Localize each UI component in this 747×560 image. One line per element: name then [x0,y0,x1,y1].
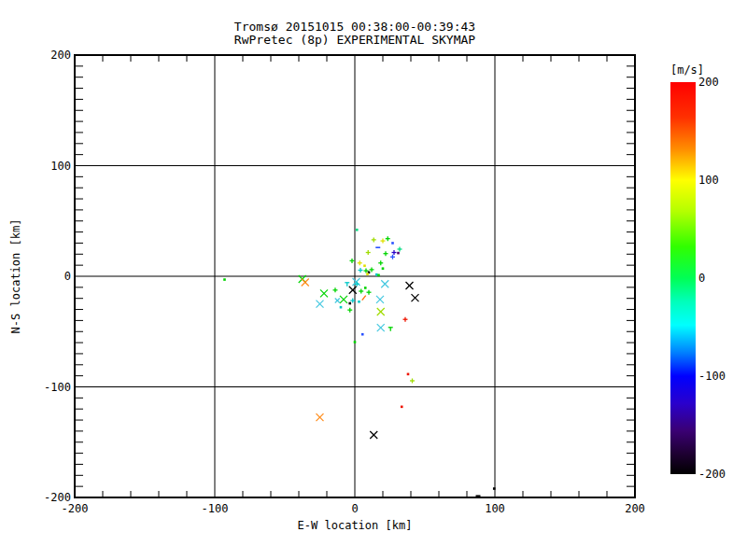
colorbar-tick-label: 200 [698,77,719,88]
data-point [391,242,394,245]
x-tick-label: 100 [485,503,505,514]
scatter-plot-area [74,54,636,498]
x-tick-label: 200 [625,503,645,514]
data-point [361,333,364,336]
colorbar-tick-label: -200 [698,469,726,480]
y-tick-label: -100 [44,382,71,393]
data-point [377,274,380,277]
x-tick-label: -100 [202,503,229,514]
y-tick-label: -200 [44,492,71,503]
data-point [375,273,378,276]
data-point [223,278,226,281]
data-point [363,264,366,267]
y-tick-label: 0 [64,271,71,282]
data-point [366,273,369,275]
data-point [401,406,403,409]
plot-title-line2: RwPretec (8p) EXPERIMENTAL SKYMAP [75,34,635,46]
y-tick-label: 200 [50,49,71,61]
colorbar-tick-label: 100 [698,175,719,186]
data-point [364,287,367,289]
colorbar-unit-label: [m/s] [664,63,711,77]
x-axis-title: E-W location [km] [75,519,635,532]
data-point [493,487,496,490]
colorbar-tick-label: 0 [698,273,705,284]
data-point [354,341,357,343]
y-tick-label: 100 [50,161,71,172]
data-point [382,267,385,270]
x-tick-label: -200 [62,503,89,514]
data-point [362,296,366,301]
skymap-figure: Tromsø 20151015 00:38:00-00:39:43 RwPret… [0,0,747,560]
y-axis-title: N-S location [km] [9,219,22,334]
plot-title-line1: Tromsø 20151015 00:38:00-00:39:43 [75,21,635,33]
x-tick-label: 0 [351,503,358,514]
data-point [356,229,359,231]
colorbar-tick-label: -100 [698,371,726,382]
data-point [348,302,351,305]
data-point [358,301,360,303]
data-point [397,252,400,255]
data-point [340,306,343,309]
data-point [407,373,410,376]
colorbar-gradient [670,82,696,474]
